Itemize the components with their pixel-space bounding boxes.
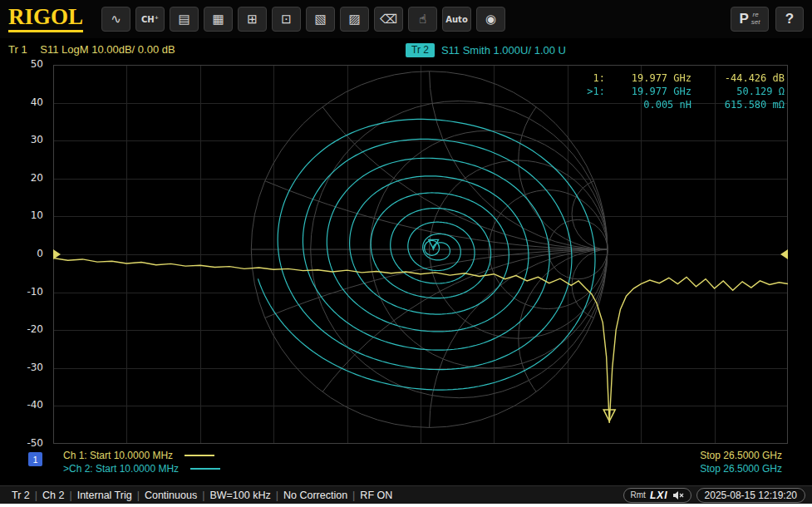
trace2-line-sample (190, 468, 220, 470)
status-if-bandwidth[interactable]: BW=100 kHz (204, 490, 275, 501)
measurement-table-button[interactable]: ▦ (204, 7, 233, 32)
trace2-info[interactable]: S11 Smith 1.000U/ 1.00 U (441, 44, 566, 57)
calibration-icon: ▨ (348, 12, 360, 27)
lxi-logo: LXI (650, 490, 668, 501)
status-right-group: Rmt LXI 2025-08-15 12:19:20 (623, 488, 805, 503)
help-button[interactable]: ? (775, 7, 804, 32)
status-active-channel[interactable]: Ch 2 (37, 490, 69, 501)
marker-readout-row-1: 1: 19.977 GHz -44.426 dB (577, 71, 785, 85)
trash-icon: ⌫ (380, 12, 397, 27)
channel1-start[interactable]: Ch 1: Start 10.0000 MHz (63, 449, 220, 462)
camera-icon: ◉ (485, 12, 496, 27)
y-axis-ticks: 50403020100-10-20-30-40-50 (15, 65, 48, 444)
status-bar: Tr 2 | Ch 2 | Internal Trig | Continuous… (0, 485, 812, 504)
status-active-trace[interactable]: Tr 2 (7, 490, 35, 501)
status-sweep-mode[interactable]: Continuous (140, 490, 202, 501)
y-tick-label: 20 (31, 172, 43, 184)
channel2-start[interactable]: >Ch 2: Start 10.0000 MHz (63, 462, 220, 475)
speaker-muted-icon (672, 490, 684, 500)
screenshot-button[interactable]: ◉ (476, 7, 505, 32)
preset-button[interactable]: P re set (731, 7, 769, 32)
channel1-start-label: Ch 1: Start 10.0000 MHz (63, 449, 173, 462)
y-tick-label: -10 (27, 286, 43, 298)
window-add-icon: ⊞ (247, 12, 258, 27)
marker2-label: >1: (577, 85, 605, 98)
window-add-button[interactable]: ⊞ (238, 7, 267, 32)
channel-setup-button[interactable]: ⊡ (272, 7, 301, 32)
channel-setup-icon: ⊡ (281, 12, 292, 27)
remote-label: Rmt (631, 490, 646, 500)
toolbar-right-group: P re set ? (731, 7, 804, 32)
marker3-inductance: 0.005 nH (605, 98, 691, 111)
marker-readout-row-3: 0.005 nH 615.580 mΩ (577, 98, 785, 111)
calibration-button[interactable]: ▨ (340, 7, 369, 32)
vna-screen: RIGOL ∿ CH⁺ ▤ ▦ ⊞ ⊡ ▧ ▨ ⌫ ☝ Auto ◉ P re … (0, 0, 812, 507)
y-tick-label: 0 (37, 248, 43, 259)
measurement-table-icon: ▦ (212, 12, 224, 27)
touch-mode-button[interactable]: ☝ (408, 7, 437, 32)
waveform-icon: ∿ (111, 12, 121, 27)
preset-sublabel: re set (751, 12, 760, 27)
marker2-frequency: 19.977 GHz (605, 85, 691, 98)
display-layout-button[interactable]: ▤ (170, 7, 199, 32)
display-layout-icon: ▤ (178, 12, 189, 27)
marker-readout: 1: 19.977 GHz -44.426 dB >1: 19.977 GHz … (577, 71, 785, 111)
channel2-start-label: >Ch 2: Start 10.0000 MHz (63, 462, 179, 475)
status-rf-state[interactable]: RF ON (355, 490, 397, 501)
y-tick-label: 50 (31, 58, 43, 70)
rigol-logo: RIGOL (8, 6, 83, 32)
trace2-group: Tr 2 S11 Smith 1.000U/ 1.00 U (406, 43, 566, 57)
save-state-icon: ▧ (314, 12, 326, 27)
marker1-label: 1: (577, 71, 605, 85)
marker2-value: 50.129 Ω (691, 85, 785, 98)
y-tick-label: 10 (31, 209, 43, 221)
screen-bezel-strip (0, 504, 812, 507)
remote-lan-indicator[interactable]: Rmt LXI (623, 488, 691, 503)
trace1-label[interactable]: Tr 1 (8, 43, 27, 56)
marker3-resistance: 615.580 mΩ (691, 98, 785, 111)
auto-scale-button[interactable]: Auto (442, 7, 471, 32)
preset-sub-bottom: set (751, 19, 760, 27)
channel2-stop-label[interactable]: Stop 26.5000 GHz (700, 462, 782, 475)
status-trigger-source[interactable]: Internal Trig (72, 490, 137, 501)
add-channel-icon: CH⁺ (141, 15, 159, 24)
waveform-button[interactable]: ∿ (101, 7, 130, 32)
delete-button[interactable]: ⌫ (374, 7, 403, 32)
auto-scale-label: Auto (445, 15, 468, 24)
preset-label: P (739, 11, 748, 27)
marker1-value: -44.426 dB (691, 71, 785, 85)
channel-annotations: Ch 1: Start 10.0000 MHz >Ch 2: Start 10.… (63, 449, 220, 475)
top-toolbar: RIGOL ∿ CH⁺ ▤ ▦ ⊞ ⊡ ▧ ▨ ⌫ ☝ Auto ◉ P re … (0, 0, 812, 38)
window-number-badge[interactable]: 1 (28, 452, 42, 466)
y-tick-label: -20 (27, 323, 43, 335)
y-tick-label: -50 (27, 437, 43, 449)
trace1-info[interactable]: S11 LogM 10.00dB/ 0.00 dB (40, 43, 175, 56)
graticule-canvas[interactable] (53, 65, 788, 444)
trace2-badge[interactable]: Tr 2 (406, 43, 435, 57)
trace-info-bar: Tr 1 S11 LogM 10.00dB/ 0.00 dB Tr 2 S11 … (8, 43, 804, 60)
marker-readout-row-2: >1: 19.977 GHz 50.129 Ω (577, 85, 785, 98)
y-tick-label: 30 (31, 134, 43, 145)
datetime-display: 2025-08-15 12:19:20 (696, 488, 805, 503)
marker1-frequency: 19.977 GHz (605, 71, 691, 85)
status-correction[interactable]: No Correction (278, 490, 352, 501)
channel1-stop-label[interactable]: Stop 26.5000 GHz (700, 449, 782, 462)
add-channel-button[interactable]: CH⁺ (135, 7, 165, 32)
y-tick-label: 40 (31, 96, 43, 108)
trace1-line-sample (185, 455, 214, 456)
stop-frequencies: Stop 26.5000 GHz Stop 26.5000 GHz (700, 449, 782, 475)
marker3-label (577, 98, 605, 111)
plot-area[interactable]: 1: 19.977 GHz -44.426 dB >1: 19.977 GHz … (53, 65, 788, 444)
y-tick-label: -30 (27, 362, 43, 373)
save-state-button[interactable]: ▧ (306, 7, 335, 32)
y-tick-label: -40 (27, 399, 43, 411)
touch-icon: ☝ (419, 12, 426, 27)
